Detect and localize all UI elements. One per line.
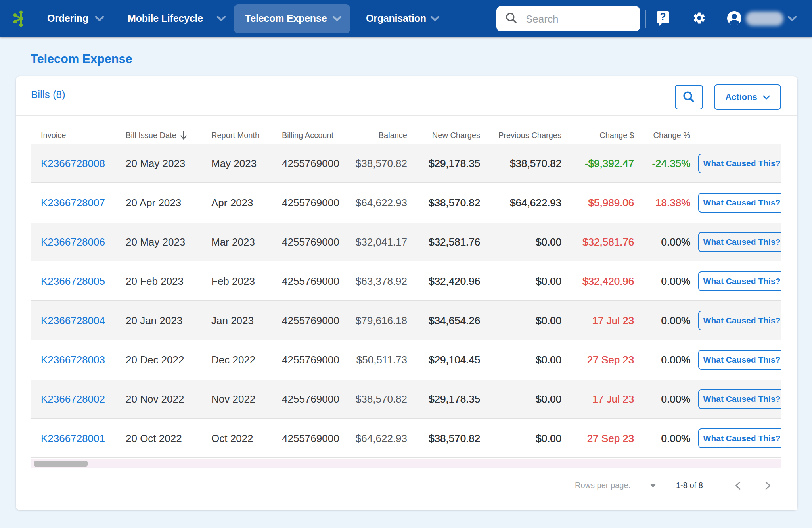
svg-text:?: ? (660, 11, 666, 22)
